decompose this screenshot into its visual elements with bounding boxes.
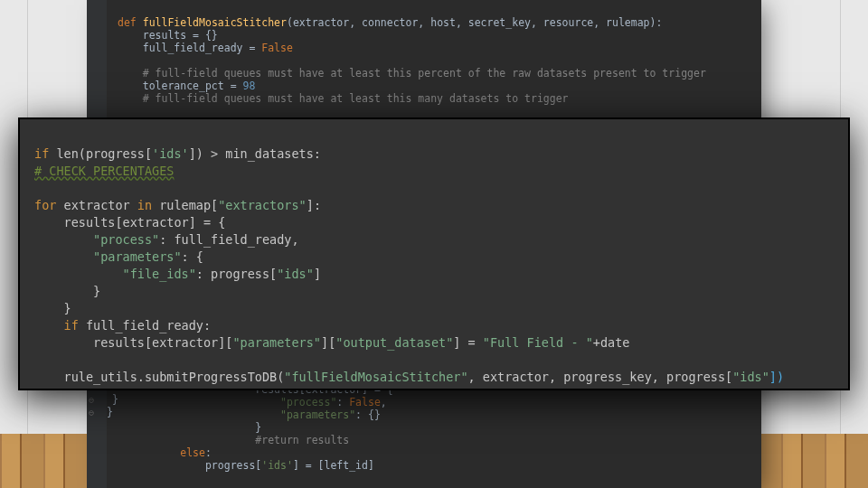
- keyword-for: for: [34, 198, 56, 212]
- code-line: }: [64, 301, 71, 315]
- code-text: extractor: [56, 198, 137, 212]
- comment: # full-field queues must have at least t…: [143, 67, 706, 80]
- fold-icon[interactable]: ⊖: [89, 408, 103, 418]
- code-line: results = {}: [143, 29, 218, 42]
- code-text: ] =: [453, 335, 483, 350]
- code-line: results[extractor] = {: [64, 215, 226, 230]
- code-text: ]: [314, 267, 321, 281]
- string-literal: "file_ids": [123, 267, 196, 281]
- code-line: full_field_ready =: [143, 42, 262, 54]
- string-literal: "ids": [277, 267, 314, 281]
- code-text: +date: [593, 335, 630, 350]
- code-text: : {: [182, 249, 203, 264]
- code-line: }: [255, 421, 261, 434]
- code-text: : progress[: [196, 267, 277, 281]
- string-literal: "process": [280, 396, 336, 408]
- function-name: fullFieldMosaicStitcher: [143, 16, 287, 29]
- code-text: :: [336, 396, 349, 408]
- code-text: results[extractor][: [93, 335, 232, 350]
- code-line: tolerance_pct =: [143, 80, 243, 92]
- code-text: :: [205, 446, 212, 459]
- closing-brace: }: [112, 393, 118, 406]
- string-literal: "output_dataset": [335, 335, 453, 350]
- string-literal: "process": [93, 232, 159, 247]
- string-literal: "Full Field - ": [483, 335, 593, 350]
- code-text: rulemap[: [152, 198, 218, 212]
- code-text: ][: [321, 335, 335, 350]
- code-text: , extractor, progress_key, progress[: [468, 370, 733, 384]
- code-text: ]) > min_datasets:: [189, 146, 321, 161]
- comment: # full-field queues must have at least t…: [143, 92, 569, 105]
- code-text: ]:: [307, 198, 321, 212]
- code-text: ]): [769, 370, 784, 384]
- string-literal: 'ids': [261, 459, 293, 472]
- code-text: ] = [left_id]: [293, 459, 374, 472]
- param-list: (extractor, connector, host, secret_key,…: [287, 16, 662, 29]
- number-literal: 98: [242, 80, 255, 92]
- code-text: len(progress[: [49, 146, 152, 161]
- keyword-if: if: [34, 146, 49, 161]
- string-literal: 'ids': [152, 146, 189, 161]
- const-false: False: [261, 42, 293, 54]
- fold-icon[interactable]: ⊖: [89, 395, 103, 406]
- keyword-def: def: [118, 16, 137, 29]
- code-line: }: [93, 284, 100, 298]
- code-text: full_field_ready:: [79, 318, 211, 333]
- comment: # CHECK PERCENTAGES: [34, 164, 174, 178]
- string-literal: "parameters": [93, 249, 182, 264]
- keyword-else: else: [180, 446, 205, 459]
- code-text: ,: [381, 396, 387, 408]
- code-text: : full_field_ready,: [159, 232, 298, 247]
- string-literal: "extractors": [218, 198, 307, 212]
- comment: #return results: [255, 434, 349, 446]
- keyword-if: if: [64, 318, 79, 333]
- closing-brace: }: [107, 406, 113, 418]
- string-literal: "fullFieldMosaicStitcher": [284, 370, 467, 384]
- code-text: progress[: [205, 459, 261, 472]
- keyword-in: in: [137, 198, 152, 212]
- string-literal: "parameters": [232, 335, 321, 350]
- code-text: rule_utils.submitProgressToDB(: [64, 370, 285, 384]
- code-text: : {}: [355, 408, 381, 421]
- string-literal: "parameters": [280, 408, 355, 421]
- code-editor-front: if len(progress['ids']) > min_datasets: …: [18, 117, 850, 390]
- string-literal: "ids": [732, 370, 769, 384]
- const-false: False: [349, 396, 381, 408]
